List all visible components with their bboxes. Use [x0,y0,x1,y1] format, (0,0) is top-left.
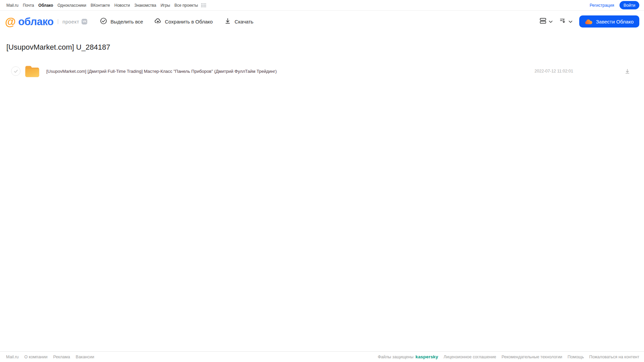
header-right-controls: Завести Облако [540,15,639,28]
login-button[interactable]: Войти [620,1,639,9]
portal-nav-item[interactable]: Новости [114,3,130,8]
portal-nav-item[interactable]: Все проекты [175,3,198,8]
footer-link[interactable]: Пожаловаться на контент [589,355,639,359]
footer-link[interactable]: Лицензионное соглашение [444,355,496,359]
get-cloud-button[interactable]: Завести Облако [579,15,639,28]
kaspersky-protection: Файлы защищены kaspersky [378,354,438,359]
chevron-down-icon [568,18,573,24]
all-projects-grid-icon[interactable] [201,3,206,7]
sort-icon [559,17,566,25]
portal-nav-item[interactable]: Облако [38,3,53,8]
cloud-logo[interactable]: @ облако | проект VK [5,16,87,27]
file-row[interactable]: [UsupovMarket.com] [Дмитрий Full-Time Tr… [0,64,644,78]
footer-link[interactable]: О компании [24,355,48,359]
select-all-label: Выделить все [110,19,143,24]
download-button[interactable]: Скачать [224,17,253,25]
portal-nav-item[interactable]: ВКонтакте [91,3,110,8]
list-view-icon [540,17,546,25]
cloud-logo-text: облако [18,16,53,27]
registration-link[interactable]: Регистрация [590,3,614,8]
download-icon [224,17,231,25]
footer-link[interactable]: Реклама [53,355,70,359]
protected-label: Файлы защищены [378,355,413,359]
row-checkbox[interactable] [11,66,20,76]
footer-link[interactable]: Вакансии [76,355,94,359]
check-circle-icon [100,17,107,25]
save-to-cloud-button[interactable]: Сохранить в Облако [154,17,213,25]
portal-nav: Mail.ruПочтаОблакоОдноклассникиВКонтакте… [0,0,644,11]
footer-link[interactable]: Рекомендательные технологии [501,355,562,359]
file-list: [UsupovMarket.com] [Дмитрий Full-Time Tr… [0,64,644,78]
portal-nav-item[interactable]: Игры [160,3,170,8]
file-name[interactable]: [UsupovMarket.com] [Дмитрий Full-Time Tr… [46,69,277,74]
footer-link[interactable]: Помощь [567,355,584,359]
portal-nav-item[interactable]: Одноклассники [57,3,86,8]
row-download-icon[interactable] [624,68,631,74]
folder-icon [25,65,39,77]
page-title: [UsupovMarket.com] U_284187 [6,43,644,52]
cloud-header: @ облако | проект VK Выделить все [0,11,644,32]
cloud-orange-icon [585,19,593,24]
portal-nav-item[interactable]: Почта [23,3,34,8]
chevron-down-icon [549,18,553,24]
sort-button[interactable] [559,17,573,25]
select-all-button[interactable]: Выделить все [100,17,143,25]
file-toolbar: Выделить все Сохранить в Облако Скачат [100,17,253,25]
vk-logo-icon: VK [82,19,87,24]
portal-nav-item[interactable]: Mail.ru [6,3,18,8]
portal-nav-item[interactable]: Знакомства [134,3,156,8]
page-footer: Mail.ruО компанииРекламаВакансии Файлы з… [0,351,644,362]
portal-nav-right: Регистрация Войти [590,1,639,9]
save-to-cloud-label: Сохранить в Облако [165,19,213,24]
get-cloud-label: Завести Облако [596,19,634,24]
logo-divider: | [57,18,58,25]
view-mode-button[interactable] [540,17,553,25]
main-content: [UsupovMarket.com] U_284187 [0,43,644,78]
file-modified-date: 2022-07-12 11:02:01 [535,69,573,73]
vk-project-label: проект [62,19,79,24]
download-label: Скачать [235,19,253,24]
footer-right-links: Файлы защищены kaspersky Лицензионное со… [378,354,639,359]
kaspersky-logo[interactable]: kaspersky [415,354,438,359]
footer-link[interactable]: Mail.ru [6,355,19,359]
cloud-upload-icon [154,17,161,25]
portal-nav-links: Mail.ruПочтаОблакоОдноклассникиВКонтакте… [6,3,198,8]
footer-left-links: Mail.ruО компанииРекламаВакансии [6,355,94,359]
footer-legal-links: Лицензионное соглашениеРекомендательные … [444,355,639,359]
mailru-at-icon: @ [5,16,16,27]
